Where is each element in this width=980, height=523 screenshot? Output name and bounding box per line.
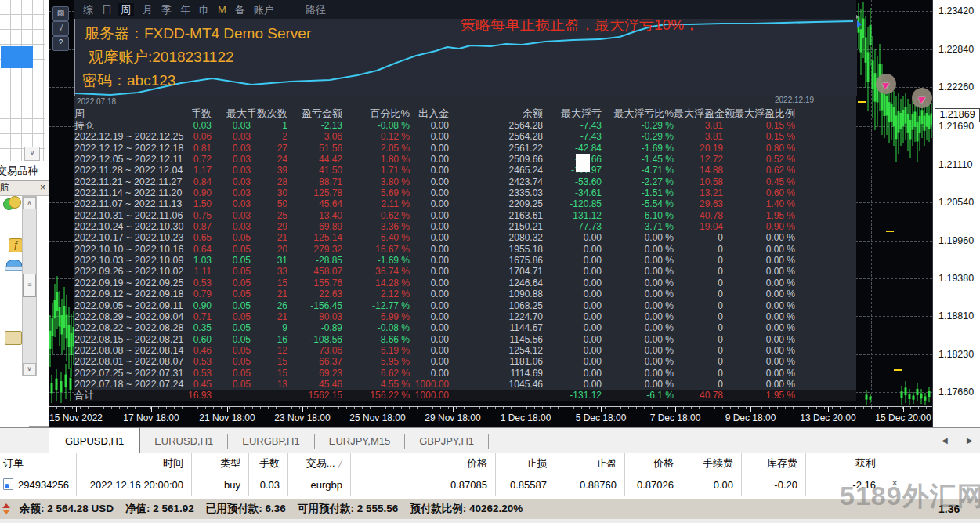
tab-EURJPY,M15[interactable]: EURJPY,M15 <box>315 428 405 454</box>
stats-header-cell: 最大浮盈金额 <box>674 107 723 120</box>
order-header-8[interactable]: 价格 <box>625 453 682 474</box>
scripts-icon[interactable] <box>5 331 22 345</box>
stats-cell: 3.06 <box>287 131 342 142</box>
stats-cell: 16.93 <box>176 390 212 401</box>
navigator-title: 航 <box>0 182 9 193</box>
stats-cell: 0.05 <box>212 356 251 367</box>
stats-cell: 0.00 <box>410 232 449 243</box>
sort-indicator-icon: ╱ <box>338 460 342 468</box>
main-chart[interactable]: ▶▶ 15 Nov 202217 Nov 18:0021 Nov 18:0023… <box>49 0 932 427</box>
order-cell: 0.85587 <box>496 474 555 496</box>
status-segment: 可用预付款: 2 555.56 <box>298 502 398 516</box>
expert-advisors-icon <box>5 266 24 271</box>
navigator-scrollbar[interactable]: ∧ ≡ ∨ <box>22 196 37 376</box>
tab-GBPUSD,H1[interactable]: GBPUSD,H1 <box>49 427 140 454</box>
stats-cell: 0.03 <box>212 143 251 154</box>
order-header-5[interactable]: 价格 <box>351 453 496 474</box>
stats-cell: 0.71 <box>176 311 212 322</box>
accounts-icon[interactable] <box>9 196 21 209</box>
account-info: 观摩账户:2018231122 <box>89 47 234 67</box>
stats-cell: 0.00 % <box>602 300 674 311</box>
stats-cell: 125.78 <box>287 187 342 198</box>
stats-cell: 40.78 <box>674 390 723 401</box>
menu-item-日[interactable]: 日 <box>102 4 112 16</box>
stats-cell: -156.45 <box>287 300 342 311</box>
menu-item-账户[interactable]: 账户 <box>254 4 274 16</box>
order-header-9[interactable]: 手续费 <box>682 453 742 474</box>
market-watch-grid[interactable] <box>0 0 45 161</box>
order-header-1[interactable]: 时间 <box>77 453 192 474</box>
stats-cell: 2022.08.01 ~ 2022.08.07 <box>74 356 176 367</box>
order-header-0[interactable]: 订单 <box>0 453 77 474</box>
stats-row: 2022.10.24 ~ 2022.10.300.870.032969.893.… <box>74 221 856 232</box>
stats-cell: 0.00 % <box>723 300 795 311</box>
menu-item-route[interactable]: 路径 <box>306 3 326 17</box>
stats-cell: 0.53 <box>176 356 212 367</box>
stats-cell: 0 <box>674 345 723 356</box>
menu-item-周[interactable]: 周 <box>118 3 134 16</box>
order-header-7[interactable]: 止盈 <box>555 453 625 474</box>
tab-EURGBP,H1[interactable]: EURGBP,H1 <box>228 428 313 454</box>
navigator-close-icon[interactable]: × <box>40 181 45 194</box>
indicators-icon[interactable]: ƒ <box>9 238 23 252</box>
menu-item-季[interactable]: 季 <box>161 4 172 16</box>
stats-cell: 0.00 <box>543 356 602 367</box>
stats-cell: -7.43 <box>543 131 602 142</box>
scrollbar-up-button[interactable]: ∧ <box>23 197 36 209</box>
stats-cell: 41.50 <box>287 165 342 176</box>
scrollbar-down-button[interactable]: ∨ <box>23 363 36 376</box>
tabs-scroll-right-icon[interactable]: ▶ <box>967 436 973 445</box>
chart-properties-button[interactable]: ▨ <box>52 6 69 21</box>
stats-cell: 1.17 <box>176 165 212 176</box>
stats-cell: 2022.09.05 ~ 2022.09.11 <box>74 300 176 311</box>
stats-cell: 2 <box>251 131 287 142</box>
order-header-2[interactable]: 类型 <box>192 453 249 474</box>
stats-cell: 2022.11.28 ~ 2022.12.04 <box>74 165 176 176</box>
stats-cell: 19.04 <box>674 221 723 232</box>
order-cell: 0.00 <box>682 474 742 496</box>
tab-GBPJPY,H1[interactable]: GBPJPY,H1 <box>405 428 488 454</box>
stats-cell: -53.60 <box>543 176 602 187</box>
x-axis-minor-ticks <box>49 407 932 409</box>
order-row[interactable]: 2949342562022.12.16 20:00:00buy0.03eurgb… <box>0 474 980 496</box>
x-tick-label: 21 Nov 18:00 <box>199 412 255 423</box>
menu-item-综[interactable]: 综 <box>83 4 93 16</box>
stats-cell: 2022.12.12 ~ 2022.12.18 <box>74 143 176 154</box>
order-cell: 0.88760 <box>555 474 625 496</box>
price-label: 1.22260 <box>938 82 974 93</box>
stats-cell: 1000.00 <box>410 390 449 401</box>
help-button[interactable]: ? <box>52 36 69 51</box>
stats-cell: 0.72 <box>176 154 212 165</box>
order-header-3[interactable]: 手数 <box>249 453 288 474</box>
tabs-scroll-left-icon[interactable]: ◀ <box>942 436 948 445</box>
scrollbar-thumb[interactable]: ≡ <box>23 274 36 297</box>
grid-scroll-down-button[interactable]: ∨ <box>24 147 40 161</box>
stats-cell: 3.81 <box>674 120 723 131</box>
order-header-10[interactable]: 库存费 <box>742 453 806 474</box>
menu-item-年[interactable]: 年 <box>180 4 190 16</box>
order-header-11[interactable]: 获利 <box>806 453 884 474</box>
status-segment: 净值: 2 561.92 <box>125 502 194 516</box>
stats-cell <box>212 390 251 401</box>
x-tick-label: 29 Nov 18:00 <box>425 412 480 423</box>
stats-cell: 156.22 % <box>342 390 410 401</box>
tab-EURUSD,H1[interactable]: EURUSD,H1 <box>140 428 227 454</box>
stats-cell: 3.81 <box>674 131 723 142</box>
check-button[interactable]: √ <box>52 21 69 36</box>
stats-cell: 0.00 % <box>602 311 674 322</box>
menu-item-M[interactable]: M <box>218 4 226 16</box>
menu-item-月[interactable]: 月 <box>143 4 153 16</box>
stats-cell: -0.08 % <box>342 322 410 333</box>
menu-item-备[interactable]: 备 <box>235 4 245 16</box>
stats-cell: 0.00 % <box>602 345 674 356</box>
price-axis[interactable]: 1.234201.228401.222601.216901.211101.205… <box>932 0 980 427</box>
stats-cell: 2.11 % <box>342 198 410 209</box>
order-header-4[interactable]: 交易...╱ <box>288 453 351 474</box>
stats-cell: 2022.09.26 ~ 2022.10.02 <box>74 266 176 277</box>
menu-item-巾[interactable]: 巾 <box>199 4 209 16</box>
stats-row: 2022.08.15 ~ 2022.08.210.600.0516-108.56… <box>74 334 856 345</box>
order-header-6[interactable]: 止损 <box>496 453 555 474</box>
stats-cell: -131.12 <box>543 390 602 401</box>
stats-cell: 1.95 % <box>723 210 795 221</box>
mt4-window: ▶▶ 15 Nov 202217 Nov 18:0021 Nov 18:0023… <box>0 0 980 523</box>
